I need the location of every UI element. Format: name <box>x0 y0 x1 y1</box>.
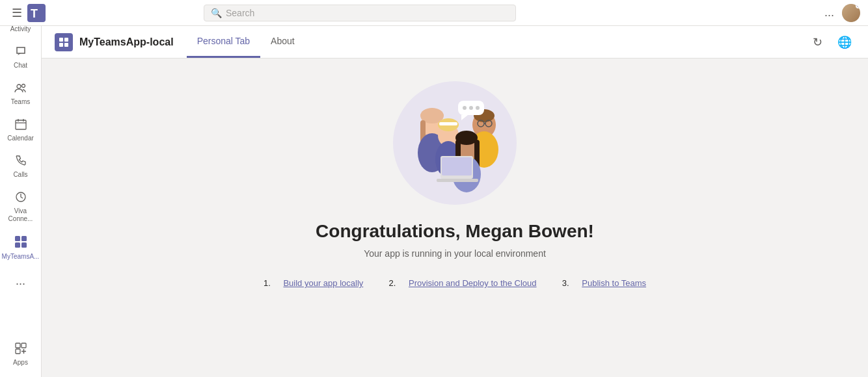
sidebar-label-teams: Teams <box>11 98 30 106</box>
congrats-subtitle: Your app is running in your local enviro… <box>364 248 546 259</box>
sidebar-label-calls: Calls <box>13 171 27 179</box>
step3-number: 3. <box>562 278 571 288</box>
sidebar-item-more[interactable]: ··· <box>3 270 39 297</box>
globe-button[interactable]: 🌐 <box>834 32 855 53</box>
header-actions: ↻ 🌐 <box>807 32 855 53</box>
add-apps-icon <box>14 342 27 357</box>
svg-rect-15 <box>16 349 20 354</box>
app-header: MyTeamsApp-local Personal Tab About ↻ 🌐 <box>42 26 868 58</box>
app-name: MyTeamsApp-local <box>79 36 174 48</box>
tab-about-label: About <box>271 36 295 46</box>
sidebar-label-chat: Chat <box>14 62 27 70</box>
sidebar-item-apps[interactable]: Apps <box>3 337 39 372</box>
sidebar-label-myteams: MyTeamsA... <box>2 253 40 261</box>
main-wrapper: MyTeamsApp-local Personal Tab About ↻ 🌐 <box>42 26 868 377</box>
step1-number: 1. <box>264 278 273 288</box>
myteams-icon <box>14 235 28 251</box>
svg-point-2 <box>17 84 21 88</box>
sidebar-label-activity: Activity <box>10 25 31 33</box>
sidebar: 🔔 Activity Chat Teams <box>0 0 42 377</box>
svg-text:T: T <box>31 7 38 20</box>
step2-number: 2. <box>389 278 398 288</box>
svg-rect-36 <box>439 122 457 125</box>
sidebar-label-apps: Apps <box>13 359 28 367</box>
step3-link[interactable]: Publish to Teams <box>582 278 646 288</box>
avatar[interactable] <box>842 4 860 22</box>
refresh-button[interactable]: ↻ <box>807 32 828 53</box>
refresh-icon: ↻ <box>813 35 822 49</box>
svg-rect-13 <box>16 343 20 348</box>
more-options-icon[interactable]: ... <box>824 6 834 20</box>
sidebar-item-chat[interactable]: Chat <box>3 40 39 75</box>
svg-point-31 <box>469 106 473 110</box>
sidebar-item-teams[interactable]: Teams <box>3 76 39 111</box>
app-icon-grid <box>59 38 68 47</box>
tab-personal[interactable]: Personal Tab <box>187 26 260 58</box>
content-area: Congratulations, Megan Bowen! Your app i… <box>42 58 868 377</box>
more-apps-icon: ··· <box>16 278 25 289</box>
search-icon: 🔍 <box>211 8 222 18</box>
svg-point-30 <box>463 106 467 110</box>
search-placeholder: Search <box>226 8 254 18</box>
topbar: ☰ T 🔍 Search ... <box>0 0 868 26</box>
svg-rect-44 <box>442 157 472 176</box>
svg-rect-12 <box>21 242 27 248</box>
topbar-left: ☰ T <box>8 4 49 22</box>
chat-icon <box>14 45 27 60</box>
svg-point-32 <box>476 106 480 110</box>
teams-nav-icon <box>14 81 27 96</box>
avatar-status-dot <box>856 4 860 8</box>
sidebar-item-myteams[interactable]: MyTeamsA... <box>3 229 39 266</box>
sidebar-label-viva: Viva Conne... <box>5 207 36 223</box>
teams-illustration <box>390 78 520 208</box>
globe-icon: 🌐 <box>837 35 852 49</box>
sidebar-item-viva[interactable]: Viva Conne... <box>3 185 39 228</box>
tabs: Personal Tab About <box>187 26 305 58</box>
sidebar-label-calendar: Calendar <box>7 135 34 142</box>
hamburger-icon[interactable]: ☰ <box>12 6 22 20</box>
svg-rect-9 <box>15 236 20 241</box>
calendar-icon <box>14 118 27 133</box>
step1-link[interactable]: Build your app locally <box>283 278 363 288</box>
steps: 1. Build your app locally 2. Provision a… <box>264 278 646 288</box>
tab-personal-label: Personal Tab <box>197 36 250 46</box>
congrats-title: Congratulations, Megan Bowen! <box>316 221 594 242</box>
step2-link[interactable]: Provision and Deploy to the Cloud <box>409 278 537 288</box>
sidebar-item-calendar[interactable]: Calendar <box>3 112 39 148</box>
sidebar-item-calls[interactable]: Calls <box>3 149 39 184</box>
svg-rect-45 <box>437 179 478 182</box>
svg-rect-11 <box>15 242 20 248</box>
svg-rect-10 <box>21 236 27 241</box>
topbar-right: ... <box>824 4 860 22</box>
calls-icon <box>14 154 27 169</box>
search-bar[interactable]: 🔍 Search <box>204 5 516 21</box>
svg-rect-14 <box>21 343 26 348</box>
app-icon <box>55 33 73 51</box>
tab-about[interactable]: About <box>260 26 305 58</box>
svg-point-3 <box>21 84 25 88</box>
teams-logo-icon: T <box>27 4 46 22</box>
viva-icon <box>14 190 27 205</box>
svg-rect-4 <box>16 120 26 129</box>
